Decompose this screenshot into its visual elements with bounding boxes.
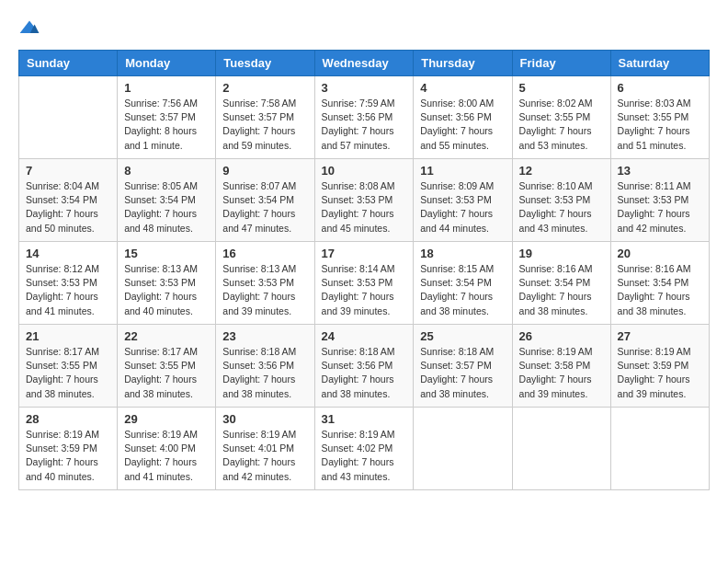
day-info: Sunrise: 8:05 AM Sunset: 3:54 PM Dayligh… [124,179,209,236]
day-number: 4 [420,81,505,95]
calendar-cell: 3Sunrise: 7:59 AM Sunset: 3:56 PM Daylig… [314,76,414,159]
day-info: Sunrise: 8:17 AM Sunset: 3:55 PM Dayligh… [26,345,110,401]
day-number: 22 [124,329,209,343]
day-number: 3 [322,81,407,95]
calendar-cell [610,408,709,490]
day-info: Sunrise: 8:19 AM Sunset: 3:59 PM Dayligh… [26,428,110,484]
calendar-cell: 5Sunrise: 8:02 AM Sunset: 3:55 PM Daylig… [512,76,610,159]
day-number: 18 [420,247,505,260]
calendar-cell: 26Sunrise: 8:19 AM Sunset: 3:58 PM Dayli… [512,325,610,408]
day-number: 6 [618,81,702,95]
calendar-cell [414,408,512,490]
day-number: 12 [519,164,604,178]
calendar-cell: 22Sunrise: 8:17 AM Sunset: 3:55 PM Dayli… [118,325,216,408]
calendar-cell: 6Sunrise: 8:03 AM Sunset: 3:55 PM Daylig… [610,76,709,159]
day-info: Sunrise: 8:07 AM Sunset: 3:54 PM Dayligh… [222,179,307,236]
weekday-header-tuesday: Tuesday [216,51,314,76]
day-info: Sunrise: 8:19 AM Sunset: 3:59 PM Dayligh… [618,345,702,401]
day-info: Sunrise: 8:09 AM Sunset: 3:53 PM Dayligh… [420,179,505,236]
calendar-cell [512,408,610,490]
calendar-cell: 7Sunrise: 8:04 AM Sunset: 3:54 PM Daylig… [19,159,118,242]
day-number: 25 [420,329,505,343]
day-info: Sunrise: 8:02 AM Sunset: 3:55 PM Dayligh… [519,97,604,153]
day-number: 14 [26,247,110,260]
day-info: Sunrise: 8:10 AM Sunset: 3:53 PM Dayligh… [519,179,604,236]
calendar-cell: 1Sunrise: 7:56 AM Sunset: 3:57 PM Daylig… [118,76,216,159]
calendar-cell: 21Sunrise: 8:17 AM Sunset: 3:55 PM Dayli… [19,325,118,408]
day-info: Sunrise: 8:18 AM Sunset: 3:56 PM Dayligh… [322,345,407,401]
calendar-cell: 11Sunrise: 8:09 AM Sunset: 3:53 PM Dayli… [414,159,512,242]
day-number: 29 [124,412,209,426]
day-number: 23 [222,329,307,343]
calendar-cell: 15Sunrise: 8:13 AM Sunset: 3:53 PM Dayli… [118,242,216,325]
day-info: Sunrise: 8:13 AM Sunset: 3:53 PM Dayligh… [222,262,307,318]
day-info: Sunrise: 8:08 AM Sunset: 3:53 PM Dayligh… [322,179,407,236]
day-info: Sunrise: 8:19 AM Sunset: 3:58 PM Dayligh… [519,345,604,401]
weekday-header-saturday: Saturday [610,51,709,76]
day-number: 7 [26,164,110,178]
day-info: Sunrise: 8:11 AM Sunset: 3:53 PM Dayligh… [618,179,702,236]
day-info: Sunrise: 8:16 AM Sunset: 3:54 PM Dayligh… [519,262,604,318]
calendar-cell: 31Sunrise: 8:19 AM Sunset: 4:02 PM Dayli… [314,408,414,490]
day-info: Sunrise: 7:59 AM Sunset: 3:56 PM Dayligh… [322,97,407,153]
calendar-cell: 27Sunrise: 8:19 AM Sunset: 3:59 PM Dayli… [610,325,709,408]
calendar-cell: 2Sunrise: 7:58 AM Sunset: 3:57 PM Daylig… [216,76,314,159]
calendar-cell: 4Sunrise: 8:00 AM Sunset: 3:56 PM Daylig… [414,76,512,159]
calendar-cell: 9Sunrise: 8:07 AM Sunset: 3:54 PM Daylig… [216,159,314,242]
calendar-week-row: 1Sunrise: 7:56 AM Sunset: 3:57 PM Daylig… [19,76,710,159]
weekday-header-friday: Friday [512,51,610,76]
calendar-week-row: 21Sunrise: 8:17 AM Sunset: 3:55 PM Dayli… [19,325,710,408]
calendar-cell: 12Sunrise: 8:10 AM Sunset: 3:53 PM Dayli… [512,159,610,242]
calendar-table: SundayMondayTuesdayWednesdayThursdayFrid… [18,50,710,490]
day-info: Sunrise: 7:56 AM Sunset: 3:57 PM Dayligh… [124,97,209,153]
calendar-cell: 17Sunrise: 8:14 AM Sunset: 3:53 PM Dayli… [314,242,414,325]
day-info: Sunrise: 8:13 AM Sunset: 3:53 PM Dayligh… [124,262,209,318]
day-info: Sunrise: 8:03 AM Sunset: 3:55 PM Dayligh… [618,97,702,153]
day-info: Sunrise: 8:14 AM Sunset: 3:53 PM Dayligh… [322,262,407,318]
day-info: Sunrise: 8:00 AM Sunset: 3:56 PM Dayligh… [420,97,505,153]
logo-icon [18,18,40,40]
day-info: Sunrise: 8:04 AM Sunset: 3:54 PM Dayligh… [26,179,110,236]
day-info: Sunrise: 8:19 AM Sunset: 4:02 PM Dayligh… [322,428,407,484]
calendar-cell: 25Sunrise: 8:18 AM Sunset: 3:57 PM Dayli… [414,325,512,408]
day-info: Sunrise: 8:18 AM Sunset: 3:56 PM Dayligh… [222,345,307,401]
day-info: Sunrise: 8:19 AM Sunset: 4:01 PM Dayligh… [222,428,307,484]
calendar-week-row: 28Sunrise: 8:19 AM Sunset: 3:59 PM Dayli… [19,408,710,490]
day-info: Sunrise: 8:17 AM Sunset: 3:55 PM Dayligh… [124,345,209,401]
day-number: 27 [618,329,702,343]
calendar-cell: 30Sunrise: 8:19 AM Sunset: 4:01 PM Dayli… [216,408,314,490]
calendar-cell: 10Sunrise: 8:08 AM Sunset: 3:53 PM Dayli… [314,159,414,242]
calendar-cell [19,76,118,159]
day-info: Sunrise: 8:18 AM Sunset: 3:57 PM Dayligh… [420,345,505,401]
calendar-cell: 23Sunrise: 8:18 AM Sunset: 3:56 PM Dayli… [216,325,314,408]
day-number: 8 [124,164,209,178]
day-number: 17 [322,247,407,260]
day-number: 28 [26,412,110,426]
calendar-cell: 14Sunrise: 8:12 AM Sunset: 3:53 PM Dayli… [19,242,118,325]
day-number: 5 [519,81,604,95]
calendar-cell: 29Sunrise: 8:19 AM Sunset: 4:00 PM Dayli… [118,408,216,490]
day-info: Sunrise: 7:58 AM Sunset: 3:57 PM Dayligh… [222,97,307,153]
day-number: 9 [222,164,307,178]
day-number: 19 [519,247,604,260]
day-number: 13 [618,164,702,178]
weekday-header-wednesday: Wednesday [314,51,414,76]
calendar-cell: 13Sunrise: 8:11 AM Sunset: 3:53 PM Dayli… [610,159,709,242]
day-number: 21 [26,329,110,343]
calendar-cell: 19Sunrise: 8:16 AM Sunset: 3:54 PM Dayli… [512,242,610,325]
calendar-cell: 28Sunrise: 8:19 AM Sunset: 3:59 PM Dayli… [19,408,118,490]
day-number: 24 [322,329,407,343]
day-number: 11 [420,164,505,178]
day-info: Sunrise: 8:15 AM Sunset: 3:54 PM Dayligh… [420,262,505,318]
day-number: 10 [322,164,407,178]
weekday-header-sunday: Sunday [19,51,118,76]
calendar-cell: 20Sunrise: 8:16 AM Sunset: 3:54 PM Dayli… [610,242,709,325]
calendar-cell: 24Sunrise: 8:18 AM Sunset: 3:56 PM Dayli… [314,325,414,408]
day-number: 2 [222,81,307,95]
page-header [18,18,710,40]
day-info: Sunrise: 8:19 AM Sunset: 4:00 PM Dayligh… [124,428,209,484]
day-info: Sunrise: 8:16 AM Sunset: 3:54 PM Dayligh… [618,262,702,318]
calendar-cell: 16Sunrise: 8:13 AM Sunset: 3:53 PM Dayli… [216,242,314,325]
calendar-cell: 8Sunrise: 8:05 AM Sunset: 3:54 PM Daylig… [118,159,216,242]
day-number: 1 [124,81,209,95]
